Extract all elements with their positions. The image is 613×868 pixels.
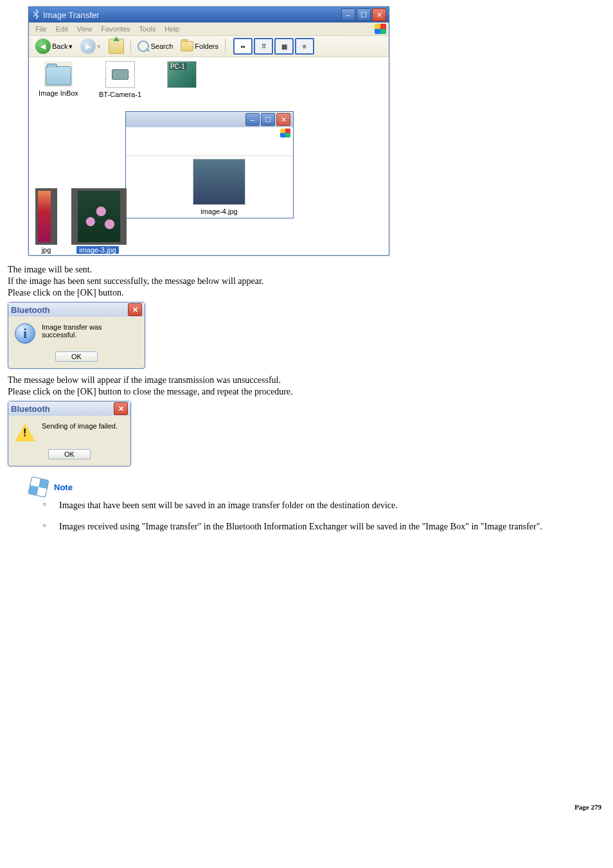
dialog-message: Sending of image failed. (42, 422, 124, 430)
titlebar: Image Transfer – ☐ ✕ (29, 7, 389, 22)
search-label: Search (150, 42, 173, 50)
note-heading: Note (30, 478, 605, 496)
toolbar: ◄ Back ▾ ► ▾ Search Folders ▪▪ ⠿ ▦ ≡ (29, 35, 389, 57)
warning-icon (15, 423, 35, 441)
camera-icon (105, 61, 135, 88)
note-icon (28, 476, 49, 497)
folder-item[interactable]: BT-Camera-1 (97, 61, 143, 98)
close-button[interactable]: ✕ (128, 303, 142, 316)
menubar: File Edit View Favorites Tools Help (29, 22, 389, 35)
window-title: Image Transfer (43, 10, 99, 20)
maximize-button[interactable]: ☐ (357, 8, 371, 21)
item-label: BT-Camera-1 (99, 91, 141, 98)
bluetooth-icon (31, 9, 40, 21)
separator (130, 39, 131, 54)
image-thumbnail (71, 188, 127, 245)
image-label: image-4.jpg (193, 208, 245, 215)
sub-title (129, 116, 245, 123)
file-label: jpg (35, 246, 57, 254)
note-item: Images that have been sent will be saved… (33, 500, 605, 512)
note-item: Images received using "Image transfer" i… (33, 521, 605, 533)
folders-label: Folders (195, 42, 218, 50)
image-thumbnail (35, 188, 57, 245)
body-text: Please click on the [OK] button. (8, 288, 605, 298)
up-button[interactable] (106, 37, 127, 55)
view-thumbnails-button[interactable]: ⠿ (254, 38, 273, 55)
window-content: Image InBox BT-Camera-1 PC-1 – ☐ ✕ (29, 57, 389, 255)
folder-icon (44, 61, 73, 87)
close-button[interactable]: ✕ (372, 8, 386, 21)
info-icon: i (15, 323, 35, 344)
body-text: If the image has been sent successfully,… (8, 276, 605, 287)
folder-icon (181, 41, 193, 51)
forward-icon: ► (80, 39, 96, 54)
dialog-titlebar: Bluetooth ✕ (8, 402, 130, 416)
folder-item[interactable]: PC-1 (159, 61, 205, 98)
note-label: Note (54, 483, 73, 492)
close-button[interactable]: ✕ (114, 402, 128, 415)
drag-preview-window: – ☐ ✕ image-4.jpg (125, 111, 294, 218)
close-button[interactable]: ✕ (276, 113, 290, 126)
fail-dialog: Bluetooth ✕ Sending of image failed. OK (8, 401, 131, 466)
view-details-button[interactable]: ≡ (295, 38, 314, 55)
back-button[interactable]: ◄ Back ▾ (33, 37, 75, 55)
minimize-button[interactable]: – (245, 113, 260, 126)
view-mode-buttons: ▪▪ ⠿ ▦ ≡ (233, 38, 314, 55)
dropdown-icon: ▾ (97, 42, 101, 51)
menu-tools[interactable]: Tools (136, 24, 160, 34)
file-label-selected[interactable]: image-3.jpg (76, 246, 118, 254)
search-icon (138, 40, 149, 52)
ok-button[interactable]: OK (55, 351, 98, 362)
folder-item[interactable]: Image InBox (35, 61, 82, 98)
dialog-message: Image transfer was successful. (42, 323, 138, 339)
file-item[interactable] (71, 188, 127, 245)
page-footer: Page 279 (8, 803, 605, 811)
minimize-button[interactable]: – (341, 8, 355, 21)
body-text: The image will be sent. (8, 265, 605, 275)
image-thumbnail[interactable] (193, 159, 245, 205)
image-transfer-window: Image Transfer – ☐ ✕ File Edit View Favo… (28, 6, 389, 256)
windows-logo-icon (375, 24, 386, 34)
menu-view[interactable]: View (73, 24, 96, 34)
maximize-button[interactable]: ☐ (261, 113, 275, 126)
menu-help[interactable]: Help (161, 24, 183, 34)
windows-logo-icon (280, 128, 290, 137)
window-buttons: – ☐ ✕ (341, 8, 386, 21)
back-label: Back (52, 42, 67, 50)
view-filmstrip-button[interactable]: ▪▪ (233, 38, 253, 55)
note-list: Images that have been sent will be saved… (33, 500, 605, 533)
back-icon: ◄ (35, 39, 51, 54)
up-folder-icon (109, 39, 124, 54)
dialog-title: Bluetooth (11, 305, 50, 315)
body-text: The message below will appear if the ima… (8, 375, 605, 385)
success-dialog: Bluetooth ✕ i Image transfer was success… (8, 302, 145, 369)
ok-button[interactable]: OK (48, 449, 91, 459)
view-tiles-button[interactable]: ▦ (274, 38, 294, 55)
menu-file[interactable]: File (31, 24, 51, 34)
folders-button[interactable]: Folders (178, 40, 221, 53)
dialog-title: Bluetooth (11, 404, 50, 414)
sub-titlebar: – ☐ ✕ (126, 112, 293, 127)
search-button[interactable]: Search (135, 39, 175, 53)
pc-icon (167, 61, 197, 88)
forward-button[interactable]: ► ▾ (78, 37, 103, 55)
menu-favorites[interactable]: Favorites (97, 24, 134, 34)
dropdown-icon: ▾ (69, 42, 73, 51)
separator (225, 39, 226, 54)
item-label: Image InBox (39, 89, 78, 97)
dialog-titlebar: Bluetooth ✕ (8, 303, 145, 317)
file-item[interactable] (35, 188, 57, 245)
menu-edit[interactable]: Edit (52, 24, 72, 34)
body-text: Please click on the [OK] button to close… (8, 387, 605, 397)
